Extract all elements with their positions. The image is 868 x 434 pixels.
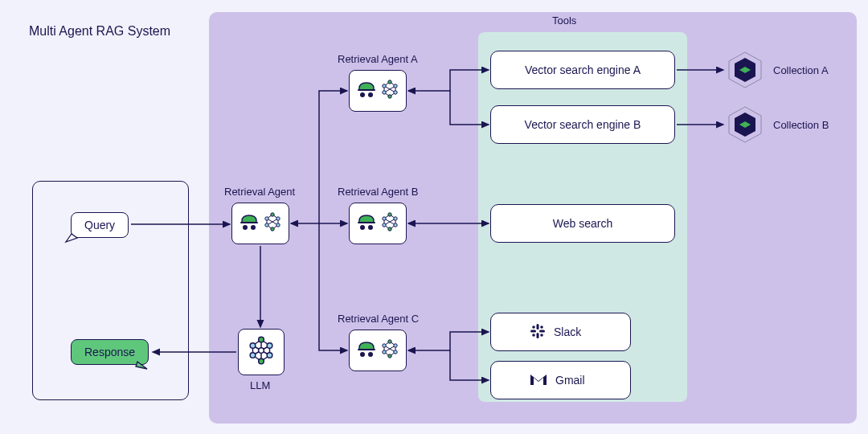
agent-icon	[356, 340, 377, 361]
svg-point-79	[267, 343, 272, 349]
slack-icon	[530, 323, 546, 342]
svg-point-16	[271, 227, 274, 231]
svg-rect-51	[358, 349, 375, 350]
svg-point-11	[271, 213, 274, 216]
agent-c	[349, 330, 407, 371]
svg-point-14	[265, 223, 268, 227]
svg-point-36	[368, 225, 373, 230]
svg-point-35	[360, 225, 365, 230]
response-text: Response	[84, 346, 135, 358]
tool-vsa: Vector search engine A	[490, 51, 675, 89]
svg-point-46	[383, 217, 386, 220]
svg-rect-0	[240, 222, 258, 223]
svg-point-1	[243, 225, 248, 230]
svg-point-12	[265, 217, 268, 220]
llm-box	[238, 329, 285, 375]
retrieval-agent	[231, 203, 289, 244]
svg-point-63	[383, 344, 386, 347]
svg-point-83	[259, 358, 264, 364]
svg-point-65	[383, 350, 386, 354]
agent-a-label: Retrieval Agent A	[338, 53, 418, 65]
svg-point-91	[540, 334, 543, 337]
svg-point-18	[360, 92, 365, 97]
svg-point-89	[540, 326, 543, 329]
agent-c-label: Retrieval Agent C	[338, 313, 419, 325]
network-icon	[380, 339, 399, 362]
query-text: Query	[84, 219, 115, 231]
svg-point-50	[388, 227, 391, 231]
agent-icon	[239, 213, 260, 234]
tool-gmail-text: Gmail	[555, 374, 585, 387]
response-tail-icon	[135, 360, 149, 371]
tool-gmail: Gmail	[490, 361, 631, 399]
svg-point-32	[394, 91, 397, 94]
svg-point-15	[276, 223, 280, 227]
svg-point-28	[388, 80, 391, 84]
network-icon	[380, 80, 399, 102]
svg-point-88	[532, 326, 535, 329]
network-icon	[263, 212, 282, 235]
svg-point-67	[388, 354, 391, 358]
agent-icon	[356, 80, 377, 101]
svg-rect-84	[537, 324, 539, 330]
svg-point-82	[267, 353, 272, 358]
collection-a-icon	[725, 50, 765, 93]
svg-point-80	[259, 348, 264, 354]
svg-point-52	[360, 352, 365, 357]
network-icon	[380, 212, 399, 235]
svg-point-77	[259, 337, 264, 342]
svg-rect-17	[358, 89, 375, 91]
svg-point-13	[276, 217, 280, 220]
agent-icon	[356, 213, 377, 234]
network-icon	[247, 336, 276, 368]
agent-b	[349, 203, 407, 244]
svg-point-81	[250, 353, 256, 358]
llm-label: LLM	[250, 379, 270, 391]
svg-rect-87	[539, 330, 545, 332]
collection-b-icon	[725, 104, 765, 148]
gmail-icon	[530, 373, 547, 388]
svg-point-64	[394, 344, 397, 347]
svg-point-53	[368, 352, 373, 357]
tool-web: Web search	[490, 204, 675, 243]
collection-a-label: Collection A	[773, 64, 829, 76]
tool-web-text: Web search	[553, 217, 612, 230]
agent-a	[349, 70, 407, 112]
svg-point-29	[383, 84, 386, 88]
retrieval-agent-label: Retrieval Agent	[224, 186, 295, 198]
query-bubble: Query	[71, 212, 129, 238]
tool-slack-text: Slack	[554, 326, 581, 338]
svg-point-78	[250, 343, 256, 349]
svg-point-30	[394, 84, 397, 88]
svg-rect-86	[530, 330, 536, 332]
svg-rect-34	[358, 222, 375, 223]
svg-point-33	[388, 95, 391, 98]
svg-point-48	[383, 223, 386, 227]
svg-point-49	[394, 223, 397, 227]
collection-b-label: Collection B	[773, 119, 829, 131]
tool-vsb: Vector search engine B	[490, 105, 675, 144]
query-tail-icon	[64, 233, 79, 244]
tools-heading: Tools	[552, 14, 576, 27]
diagram-title: Multi Agent RAG System	[29, 24, 170, 39]
svg-rect-85	[537, 333, 539, 338]
svg-point-19	[368, 92, 373, 97]
svg-point-62	[388, 340, 391, 343]
svg-point-2	[251, 225, 256, 230]
svg-point-45	[388, 213, 391, 216]
svg-point-90	[532, 334, 535, 337]
tool-vsa-text: Vector search engine A	[525, 63, 641, 76]
tool-slack: Slack	[490, 313, 631, 351]
svg-point-66	[394, 350, 397, 354]
agent-b-label: Retrieval Agent B	[338, 186, 418, 198]
svg-point-31	[383, 91, 386, 94]
tool-vsb-text: Vector search engine B	[525, 118, 641, 131]
svg-point-47	[394, 217, 397, 220]
